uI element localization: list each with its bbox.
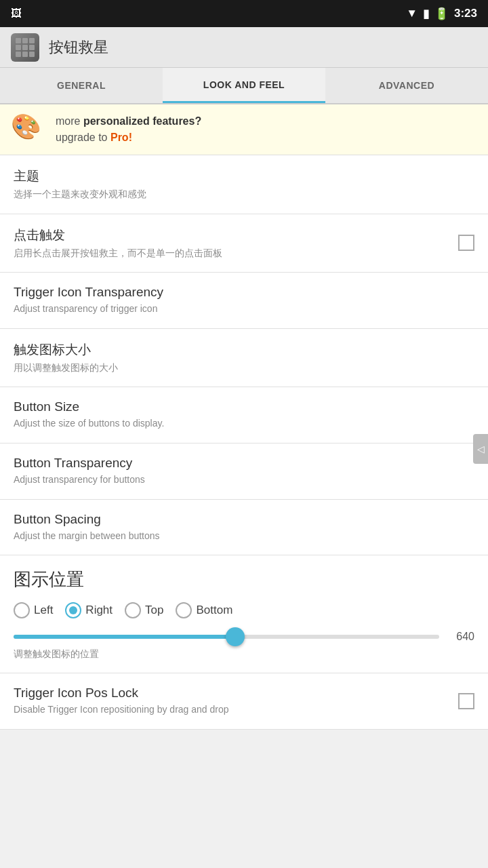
radio-right-label: Right [85, 604, 113, 617]
radio-left-circle[interactable] [14, 602, 30, 618]
setting-trigger-pos-lock-subtitle: Disable Trigger Icon repositioning by dr… [14, 703, 474, 717]
setting-trigger-transparency-subtitle: Adjust transparency of trigger icon [14, 302, 474, 316]
setting-button-size[interactable]: Button Size Adjust the size of buttons t… [0, 387, 488, 443]
app-icon [11, 33, 39, 62]
radio-option-left[interactable]: Left [14, 602, 53, 618]
setting-theme[interactable]: 主题 选择一个主题来改变外观和感觉 [0, 155, 488, 214]
setting-trigger-size-title: 触发图标大小 [14, 341, 474, 359]
slider-value-display: 640 [447, 631, 474, 643]
tab-advanced[interactable]: ADVANCED [325, 68, 488, 103]
position-slider-desc: 调整触发图标的位置 [14, 648, 474, 660]
grid-icon [16, 38, 35, 57]
wifi-icon: ▼ [406, 7, 418, 20]
radio-right-circle[interactable] [65, 602, 81, 618]
trigger-pos-lock-checkbox[interactable] [458, 693, 474, 709]
battery-icon: 🔋 [434, 7, 449, 21]
position-section-title: 图示位置 [14, 568, 474, 591]
setting-button-transparency[interactable]: Button Transparency Adjust transparency … [0, 443, 488, 500]
setting-button-size-title: Button Size [14, 399, 474, 414]
app-thumbnail-icon: 🖼 [11, 7, 22, 20]
settings-list: 主题 选择一个主题来改变外观和感觉 点击触发 启用长点击展开按钮救主，而不是单一… [0, 155, 488, 730]
setting-trigger-transparency[interactable]: Trigger Icon Transparency Adjust transpa… [0, 273, 488, 329]
time-display: 3:23 [454, 7, 477, 20]
radio-bottom-label: Bottom [196, 604, 232, 617]
radio-top-circle[interactable] [125, 602, 141, 618]
banner-text-middle: upgrade to [56, 132, 110, 143]
setting-button-spacing[interactable]: Button Spacing Adjust the margin between… [0, 500, 488, 556]
banner-pro-label: Pro! [110, 132, 132, 143]
setting-button-transparency-title: Button Transparency [14, 456, 474, 471]
setting-trigger-size[interactable]: 触发图标大小 用以调整触发图标的大小 [0, 329, 488, 388]
setting-touch-trigger[interactable]: 点击触发 启用长点击展开按钮救主，而不是单一的点击面板 [0, 214, 488, 273]
tab-general[interactable]: GENERAL [0, 68, 163, 103]
tab-bar: GENERAL LOOK AND FEEL ADVANCED [0, 68, 488, 104]
setting-theme-subtitle: 选择一个主题来改变外观和感觉 [14, 188, 474, 201]
slider-thumb[interactable] [226, 627, 245, 646]
side-handle[interactable]: ◁ [473, 434, 488, 464]
setting-trigger-size-subtitle: 用以调整触发图标的大小 [14, 361, 474, 375]
banner-text-highlight: personalized features? [83, 115, 201, 127]
setting-touch-trigger-subtitle: 启用长点击展开按钮救主，而不是单一的点击面板 [14, 247, 474, 260]
setting-trigger-pos-lock-title: Trigger Icon Pos Lock [14, 686, 474, 701]
radio-bottom-circle[interactable] [176, 602, 192, 618]
slider-fill [14, 635, 235, 639]
radio-option-right[interactable]: Right [65, 602, 113, 618]
setting-button-transparency-subtitle: Adjust transparency for buttons [14, 473, 474, 487]
banner-text: more personalized features? upgrade to P… [56, 113, 201, 146]
radio-option-top[interactable]: Top [125, 602, 163, 618]
status-bar-right: ▼ ▮ 🔋 3:23 [406, 7, 477, 21]
radio-top-label: Top [145, 604, 163, 617]
side-handle-icon: ◁ [477, 443, 485, 454]
tab-look-and-feel[interactable]: LOOK AND FEEL [163, 68, 325, 103]
signal-icon: ▮ [423, 7, 429, 21]
setting-trigger-transparency-title: Trigger Icon Transparency [14, 285, 474, 300]
setting-button-size-subtitle: Adjust the size of buttons to display. [14, 417, 474, 431]
touch-trigger-checkbox[interactable] [458, 235, 474, 251]
setting-button-spacing-subtitle: Adjust the margin between buttons [14, 530, 474, 543]
position-radio-group: Left Right Top Bottom [14, 602, 474, 618]
app-title: 按钮救星 [49, 37, 108, 58]
setting-touch-trigger-title: 点击触发 [14, 226, 474, 244]
pro-banner[interactable]: 🎨 more personalized features? upgrade to… [0, 104, 488, 155]
position-slider-track[interactable] [14, 635, 439, 639]
radio-left-label: Left [34, 604, 53, 617]
setting-button-spacing-title: Button Spacing [14, 512, 474, 527]
status-bar-left: 🖼 [11, 7, 22, 20]
app-header: 按钮救星 [0, 27, 488, 68]
position-slider-container: 640 [14, 631, 474, 643]
status-bar: 🖼 ▼ ▮ 🔋 3:23 [0, 0, 488, 27]
position-section: 图示位置 Left Right Top Bottom [0, 555, 488, 673]
banner-text-prefix: more [56, 115, 83, 127]
setting-theme-title: 主题 [14, 167, 474, 185]
radio-option-bottom[interactable]: Bottom [176, 602, 232, 618]
banner-icon: 🎨 [11, 113, 45, 146]
setting-trigger-pos-lock[interactable]: Trigger Icon Pos Lock Disable Trigger Ic… [0, 673, 488, 730]
